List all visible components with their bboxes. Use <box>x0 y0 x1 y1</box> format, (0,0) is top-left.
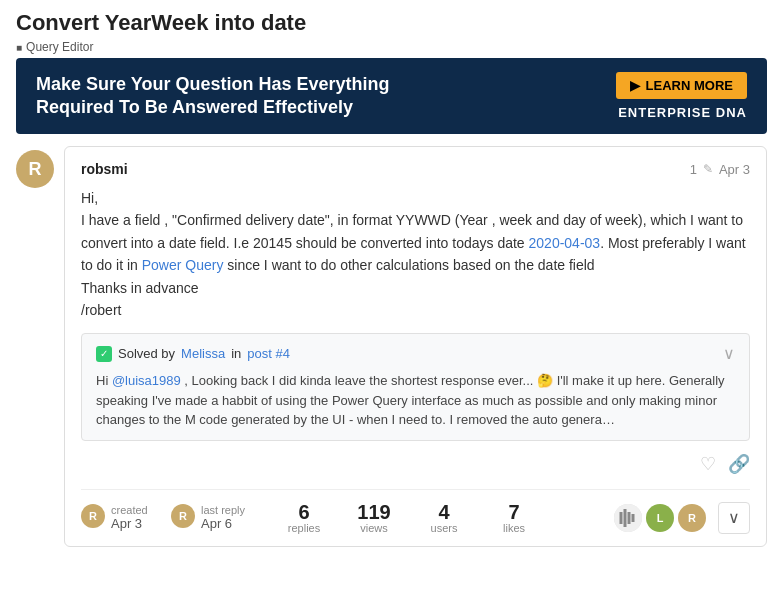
views-num: 119 <box>357 502 390 522</box>
body-line-2: I have a field , "Confirmed delivery dat… <box>81 209 750 276</box>
banner: Make Sure Your Question Has Everything R… <box>16 58 767 134</box>
page-header: Convert YearWeek into date ■ Query Edito… <box>0 0 783 58</box>
banner-brand: ENTERPRISE DNA <box>618 105 747 120</box>
solved-connector: in <box>231 346 241 361</box>
likes-stat: 7 likes <box>487 502 557 534</box>
share-link-icon[interactable]: 🔗 <box>728 453 750 475</box>
last-reply-stat: R last reply Apr 6 <box>171 504 261 531</box>
solved-header: ✓ Solved by Melissa in post #4 ∨ <box>96 344 735 363</box>
body-line-4: /robert <box>81 299 750 321</box>
breadcrumb-label: Query Editor <box>26 40 93 54</box>
banner-brand-name: ENTERPRISE DNA <box>618 105 747 120</box>
replies-stat: 6 replies <box>277 502 347 534</box>
solver-name-link[interactable]: Melissa <box>181 346 225 361</box>
solved-collapse-icon[interactable]: ∨ <box>723 344 735 363</box>
banner-cta-button[interactable]: ▶ LEARN MORE <box>616 72 747 99</box>
replies-label: replies <box>288 522 320 534</box>
users-stat: 4 users <box>417 502 487 534</box>
participant-avatars: L R <box>614 504 706 532</box>
users-num: 4 <box>438 502 449 522</box>
solved-text: Solved by <box>118 346 175 361</box>
likes-num: 7 <box>508 502 519 522</box>
last-reply-date: Apr 6 <box>201 516 245 531</box>
play-icon: ▶ <box>630 78 640 93</box>
post-avatar: R <box>16 150 54 188</box>
banner-text: Make Sure Your Question Has Everything R… <box>36 73 389 120</box>
breadcrumb-icon: ■ <box>16 42 22 53</box>
post-meta: 1 ✎ Apr 3 <box>690 162 750 177</box>
likes-label: likes <box>503 522 525 534</box>
created-avatar: R <box>81 504 105 528</box>
participant-l-avatar: L <box>646 504 674 532</box>
solved-post-link[interactable]: post #4 <box>247 346 290 361</box>
like-icon[interactable]: ♡ <box>700 453 716 475</box>
post-date: Apr 3 <box>719 162 750 177</box>
page-title: Convert YearWeek into date <box>16 10 767 36</box>
created-info: created Apr 3 <box>111 504 148 531</box>
post-footer: ♡ 🔗 <box>81 453 750 475</box>
breadcrumb: ■ Query Editor <box>16 40 767 54</box>
solved-box: ✓ Solved by Melissa in post #4 ∨ Hi @lui… <box>81 333 750 441</box>
edit-number: 1 <box>690 162 697 177</box>
date-link[interactable]: 2020-04-03 <box>529 235 601 251</box>
created-stat: R created Apr 3 <box>81 504 171 531</box>
post-body: Hi, I have a field , "Confirmed delivery… <box>81 187 750 321</box>
expand-icon: ∨ <box>728 508 740 527</box>
edit-icon: ✎ <box>703 162 713 176</box>
last-reply-info: last reply Apr 6 <box>201 504 245 531</box>
views-stat: 119 views <box>347 502 417 534</box>
body-line-1: Hi, <box>81 187 750 209</box>
solved-preview: Hi @luisa1989 , Looking back I did kinda… <box>96 371 735 430</box>
solved-check-icon: ✓ <box>96 346 112 362</box>
mention-link[interactable]: @luisa1989 <box>112 373 181 388</box>
last-reply-avatar: R <box>171 504 195 528</box>
views-label: views <box>360 522 388 534</box>
stripe-avatar <box>614 504 642 532</box>
post-card: robsmi 1 ✎ Apr 3 Hi, I have a field , "C… <box>64 146 767 547</box>
post-stats: R created Apr 3 R last reply Apr 6 <box>81 489 750 534</box>
banner-cta-label: LEARN MORE <box>646 78 733 93</box>
users-label: users <box>431 522 458 534</box>
banner-line2: Required To Be Answered Effectively <box>36 96 389 119</box>
power-query-link[interactable]: Power Query <box>142 257 224 273</box>
expand-button[interactable]: ∨ <box>718 502 750 534</box>
created-date: Apr 3 <box>111 516 148 531</box>
post-username: robsmi <box>81 161 128 177</box>
body-line-3: Thanks in advance <box>81 277 750 299</box>
banner-line1: Make Sure Your Question Has Everything <box>36 73 389 96</box>
replies-num: 6 <box>298 502 309 522</box>
last-reply-label: last reply <box>201 504 245 516</box>
created-label: created <box>111 504 148 516</box>
participant-r-avatar: R <box>678 504 706 532</box>
post-area: R robsmi 1 ✎ Apr 3 Hi, I have a field , … <box>16 146 767 547</box>
post-header: robsmi 1 ✎ Apr 3 <box>81 161 750 177</box>
solved-label: ✓ Solved by Melissa in post #4 <box>96 346 290 362</box>
banner-right: ▶ LEARN MORE ENTERPRISE DNA <box>616 72 747 120</box>
